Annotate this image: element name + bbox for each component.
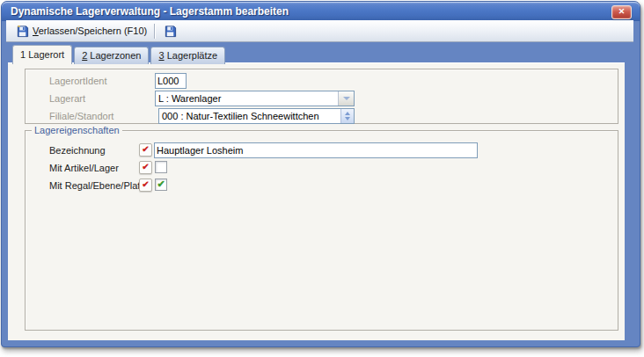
tab-lagerort[interactable]: 1 Lagerort (12, 45, 72, 64)
lagerort-ident-label: LagerortIdent (49, 76, 106, 86)
toolbar-separator (154, 24, 155, 39)
filiale-label: Filiale/Standort (49, 111, 113, 121)
tab-accel: 2 (82, 50, 87, 61)
tab-lagerplaetze[interactable]: 3 Lagerplätze (150, 47, 225, 64)
mit-artikel-checkbox[interactable]: ✔ (155, 161, 167, 173)
tab-label: Lagerplätze (167, 50, 218, 61)
mit-regal-label: Mit Regal/Ebene/Platz (49, 180, 145, 191)
modified-flag-icon[interactable]: ✔ (139, 178, 152, 192)
bezeichnung-input[interactable] (154, 142, 478, 158)
tab-label: Lagerzonen (90, 50, 141, 61)
lagerart-value: L : Warenlager (156, 93, 338, 104)
app-window: Dynamische Lagerverwaltung - Lagerstamm … (1, 1, 640, 347)
spinner-icon[interactable] (340, 109, 354, 123)
tab-label: Lagerort (28, 49, 64, 60)
groupbox-identity: LagerortIdent Lagerart L : Warenlager Fi… (25, 69, 618, 124)
groupbox-title: Lagereigenschaften (32, 125, 122, 136)
save-icon (164, 25, 177, 38)
bezeichnung-label: Bezeichnung (49, 145, 106, 156)
lagerart-label: Lagerart (49, 93, 85, 104)
save-exit-button[interactable]: Verlassen/Speichern (F10) (11, 23, 151, 40)
modified-flag-icon[interactable]: ✔ (139, 143, 152, 157)
save-button[interactable] (159, 23, 181, 40)
titlebar[interactable]: Dynamische Lagerverwaltung - Lagerstamm … (2, 2, 640, 21)
window-title: Dynamische Lagerverwaltung - Lagerstamm … (2, 2, 640, 21)
toolbar: Verlassen/Speichern (F10) (6, 20, 633, 42)
tab-accel: 1 (20, 49, 26, 60)
tab-bar: 1 Lagerort 2 Lagerzonen 3 Lagerplätze (12, 45, 225, 64)
groupbox-lagereigenschaften: Lagereigenschaften Bezeichnung ✔ Mit Art… (25, 130, 618, 331)
save-exit-label: Verlassen/Speichern (F10) (33, 26, 147, 36)
check-icon: ✔ (156, 179, 166, 189)
save-icon (16, 25, 29, 38)
close-icon[interactable]: ✕ (611, 5, 632, 19)
mit-regal-checkbox[interactable]: ✔ (155, 178, 167, 191)
tab-panel-lagerort: LagerortIdent Lagerart L : Warenlager Fi… (8, 62, 625, 340)
mit-artikel-label: Mit Artikel/Lager (49, 163, 119, 173)
chevron-down-icon[interactable] (338, 91, 354, 106)
tab-lagerzonen[interactable]: 2 Lagerzonen (74, 47, 149, 64)
lagerart-dropdown[interactable]: L : Warenlager (155, 91, 355, 106)
tab-accel: 3 (158, 50, 164, 61)
filiale-combo[interactable]: 000 : Natur-Textilien Schneewittchen (158, 108, 355, 124)
filiale-value: 000 : Natur-Textilien Schneewittchen (159, 111, 340, 121)
lagerort-ident-input[interactable] (155, 73, 187, 89)
modified-flag-icon[interactable]: ✔ (139, 161, 152, 174)
